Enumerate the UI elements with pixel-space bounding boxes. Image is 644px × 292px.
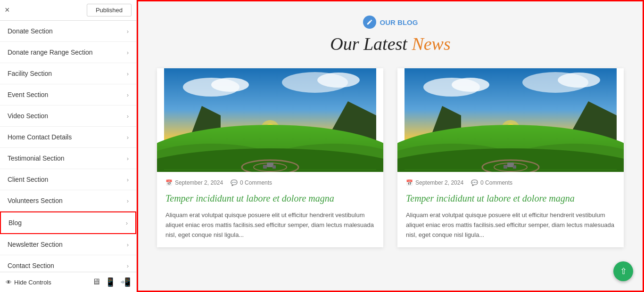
sidebar-item-label: Testimonial Section [8, 154, 65, 162]
sidebar-item-label: Blog [8, 219, 22, 227]
sidebar-item-newsletter-section[interactable]: Newsletter Section › [0, 234, 136, 255]
calendar-icon: 📅 [165, 179, 173, 186]
sidebar-item-label: Volunteers Section [8, 197, 63, 204]
sidebar-item-volunteers-section[interactable]: Volunteers Section › [0, 190, 136, 211]
blog-comments-1: 💬 0 Comments [231, 179, 272, 186]
svg-point-4 [317, 73, 360, 88]
blog-title-orange: News [412, 34, 450, 54]
sidebar-item-label: Contact Section [8, 262, 54, 269]
svg-point-23 [558, 73, 600, 88]
published-button[interactable]: Published [87, 4, 132, 16]
sidebar-item-video-section[interactable]: Video Section › [0, 105, 136, 127]
hide-controls-label: Hide Controls [14, 279, 51, 286]
blog-card-2: 📅 September 2, 2024 💬 0 Comments Temper … [397, 68, 624, 247]
blog-meta-2: 📅 September 2, 2024 💬 0 Comments [406, 179, 615, 186]
blog-card-text-2: Aliquam erat volutpat quisque posuere el… [406, 211, 615, 240]
sidebar-item-label: Event Section [8, 91, 48, 98]
svg-rect-34 [507, 162, 514, 167]
mobile-icon[interactable]: 📲 [120, 277, 131, 287]
blog-card-title-1[interactable]: Temper incididunt ut labore et dolore ma… [165, 192, 375, 205]
chevron-right-icon: › [127, 262, 129, 269]
svg-rect-15 [267, 162, 273, 167]
chevron-right-icon: › [127, 176, 129, 183]
svg-rect-35 [504, 165, 507, 169]
scroll-to-top-button[interactable]: ⇧ [613, 261, 633, 281]
blog-card-image-2 [397, 68, 624, 172]
sidebar-item-contact-section[interactable]: Contact Section › [0, 255, 136, 272]
sidebar-item-donate-range-section[interactable]: Donate range Range Section › [0, 42, 136, 63]
comment-icon: 💬 [471, 179, 478, 186]
sidebar-footer: 👁 Hide Controls 🖥 📱 📲 [0, 272, 136, 292]
hide-controls-button[interactable]: 👁 Hide Controls [6, 279, 51, 286]
chevron-right-icon: › [127, 49, 129, 56]
chevron-right-icon: › [127, 70, 129, 77]
sidebar-item-label: Home Contact Details [8, 133, 72, 141]
sidebar-item-label: Client Section [8, 176, 48, 183]
svg-point-21 [452, 78, 489, 92]
blog-card-1: 📅 September 2, 2024 💬 0 Comments Temper … [157, 68, 383, 247]
chevron-right-icon: › [127, 241, 129, 248]
comment-icon: 💬 [231, 179, 238, 186]
chevron-right-icon: › [127, 134, 129, 141]
svg-rect-16 [263, 165, 267, 169]
sidebar-item-event-section[interactable]: Event Section › [0, 84, 136, 105]
sidebar-item-label: Donate range Range Section [8, 49, 93, 56]
sidebar-item-blog[interactable]: Blog › [0, 211, 136, 234]
blog-meta-1: 📅 September 2, 2024 💬 0 Comments [165, 179, 375, 186]
chevron-up-icon: ⇧ [620, 266, 627, 276]
blog-date-text: September 2, 2024 [175, 179, 223, 186]
blog-header: OUR BLOG Our Latest News [157, 16, 624, 54]
blog-date-1: 📅 September 2, 2024 [165, 179, 223, 186]
sidebar-item-testimonial-section[interactable]: Testimonial Section › [0, 148, 136, 169]
blog-tag: OUR BLOG [363, 16, 418, 29]
sidebar-item-client-section[interactable]: Client Section › [0, 169, 136, 190]
blog-title: Our Latest News [157, 33, 624, 54]
blog-comments-text: 0 Comments [480, 179, 512, 186]
footer-icons: 🖥 📱 📲 [92, 277, 131, 287]
calendar-icon: 📅 [406, 179, 413, 186]
blog-card-body-1: 📅 September 2, 2024 💬 0 Comments Temper … [157, 172, 383, 247]
sidebar-item-label: Newsletter Section [8, 241, 63, 248]
desktop-icon[interactable]: 🖥 [92, 277, 100, 287]
sidebar-item-label: Facility Section [8, 70, 52, 77]
chevron-right-icon: › [127, 113, 129, 120]
chevron-right-icon: › [127, 155, 129, 162]
svg-rect-17 [272, 165, 276, 169]
chevron-right-icon: › [127, 28, 129, 35]
blog-card-title-2[interactable]: Temper incididunt ut labore et dolore ma… [406, 192, 615, 205]
sidebar-item-donate-section[interactable]: Donate Section › [0, 21, 136, 42]
sidebar-item-label: Video Section [8, 112, 48, 120]
close-button[interactable]: × [5, 5, 10, 15]
blog-cards: 📅 September 2, 2024 💬 0 Comments Temper … [157, 68, 624, 247]
sidebar-item-label: Donate Section [8, 27, 53, 35]
blog-date-2: 📅 September 2, 2024 [406, 179, 463, 186]
svg-point-2 [211, 78, 249, 92]
blog-tag-icon [363, 16, 376, 29]
svg-rect-36 [513, 165, 516, 169]
blog-title-black: Our Latest [330, 34, 407, 54]
sidebar: × Published Donate Section › Donate rang… [0, 0, 137, 292]
blog-comments-2: 💬 0 Comments [471, 179, 512, 186]
blog-card-body-2: 📅 September 2, 2024 💬 0 Comments Temper … [397, 172, 624, 247]
blog-tag-label: OUR BLOG [380, 18, 418, 26]
tablet-icon[interactable]: 📱 [105, 277, 116, 287]
chevron-right-icon: › [126, 219, 128, 227]
eye-icon: 👁 [6, 279, 12, 286]
blog-card-image-1 [157, 68, 383, 172]
main-content: OUR BLOG Our Latest News [137, 0, 644, 292]
sidebar-item-facility-section[interactable]: Facility Section › [0, 63, 136, 84]
blog-card-text-1: Aliquam erat volutpat quisque posuere el… [165, 211, 375, 240]
sidebar-item-home-contact-details[interactable]: Home Contact Details › [0, 127, 136, 148]
sidebar-header: × Published [0, 0, 136, 21]
blog-comments-text: 0 Comments [240, 179, 272, 186]
blog-date-text: September 2, 2024 [415, 179, 463, 186]
chevron-right-icon: › [127, 91, 129, 98]
chevron-right-icon: › [127, 197, 129, 204]
sidebar-list: Donate Section › Donate range Range Sect… [0, 21, 136, 272]
